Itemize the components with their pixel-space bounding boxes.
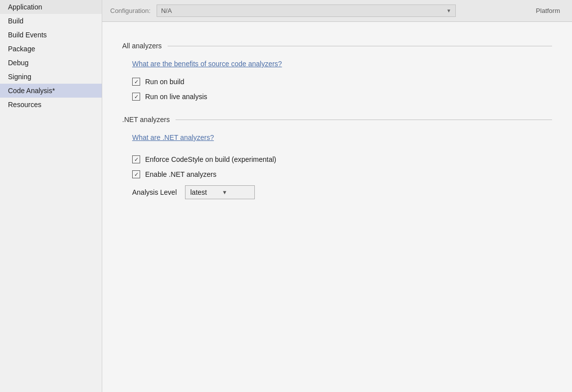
enforce-codestyle-checkbox[interactable]: ✓ [132, 155, 140, 163]
sidebar-item-build[interactable]: Build [0, 14, 102, 28]
run-on-build-row: ✓ Run on build [132, 78, 552, 86]
sidebar: ApplicationBuildBuild EventsPackageDebug… [0, 0, 102, 392]
net-analyzers-help-link[interactable]: What are .NET analyzers? [132, 133, 214, 141]
main-panel: Configuration: N/A ▼ Platform All analyz… [102, 0, 572, 392]
run-on-live-row: ✓ Run on live analysis [132, 93, 552, 101]
run-on-live-checkbox[interactable]: ✓ [132, 93, 140, 101]
enable-net-analyzers-checkbox[interactable]: ✓ [132, 170, 140, 178]
config-label: Configuration: [110, 7, 151, 14]
sidebar-item-resources[interactable]: Resources [0, 98, 102, 112]
all-analyzers-section-header: All analyzers [122, 42, 552, 50]
sidebar-item-build-events[interactable]: Build Events [0, 28, 102, 42]
config-value: N/A [161, 7, 172, 14]
run-on-build-checkbox[interactable]: ✓ [132, 78, 140, 86]
config-dropdown[interactable]: N/A ▼ [157, 4, 456, 17]
all-analyzers-divider [168, 46, 552, 46]
run-on-live-checkmark: ✓ [134, 94, 139, 100]
analysis-level-dropdown[interactable]: latest ▼ [185, 185, 255, 199]
analysis-level-arrow: ▼ [222, 189, 227, 195]
content-area: All analyzers What are the benefits of s… [102, 22, 572, 392]
enable-net-analyzers-checkmark: ✓ [134, 172, 139, 177]
all-analyzers-help-link[interactable]: What are the benefits of source code ana… [132, 60, 282, 68]
sidebar-item-application[interactable]: Application [0, 0, 102, 14]
sidebar-item-code-analysis-[interactable]: Code Analysis* [0, 84, 102, 98]
net-analyzers-title: .NET analyzers [122, 116, 176, 124]
sidebar-item-package[interactable]: Package [0, 42, 102, 56]
net-analyzers-section-header: .NET analyzers [122, 116, 552, 124]
all-analyzers-title: All analyzers [122, 42, 168, 50]
net-analyzers-divider [176, 120, 552, 120]
sidebar-item-debug[interactable]: Debug [0, 56, 102, 70]
run-on-build-label: Run on build [145, 78, 185, 86]
analysis-level-label: Analysis Level [132, 188, 177, 196]
enforce-codestyle-checkmark: ✓ [134, 157, 139, 162]
analysis-level-row: Analysis Level latest ▼ [132, 185, 552, 199]
platform-label: Platform [536, 7, 564, 14]
enforce-codestyle-label: Enforce CodeStyle on build (experimental… [145, 155, 276, 163]
analysis-level-value: latest [191, 188, 207, 196]
enable-net-analyzers-label: Enable .NET analyzers [145, 170, 216, 178]
run-on-build-checkmark: ✓ [134, 79, 139, 85]
enable-net-analyzers-row: ✓ Enable .NET analyzers [132, 170, 552, 178]
enforce-codestyle-row: ✓ Enforce CodeStyle on build (experiment… [132, 155, 552, 163]
header-bar: Configuration: N/A ▼ Platform [102, 0, 572, 22]
config-dropdown-arrow: ▼ [446, 8, 451, 13]
sidebar-item-signing[interactable]: Signing [0, 70, 102, 84]
run-on-live-label: Run on live analysis [145, 93, 207, 101]
